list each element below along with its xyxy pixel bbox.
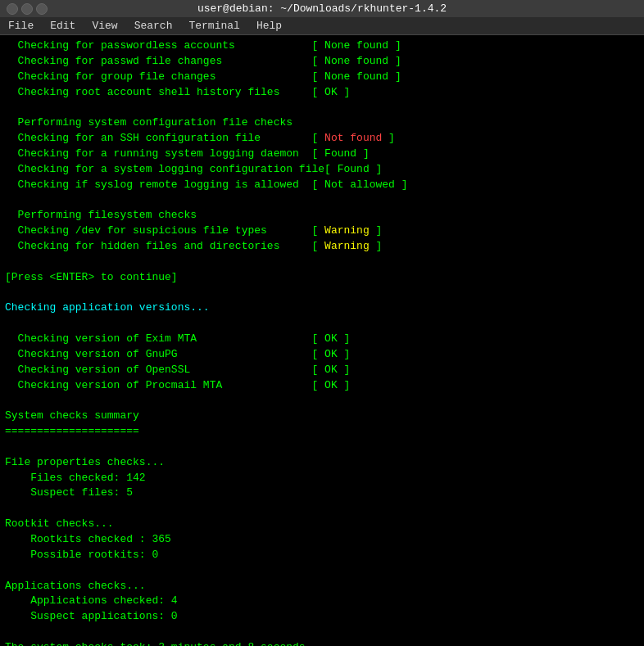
terminal-line [5, 440, 639, 455]
terminal-line [5, 100, 639, 115]
terminal-line: Checking version of Exim MTA [ OK ] [5, 332, 639, 347]
terminal-line: Checking for a system logging configurat… [5, 162, 639, 178]
terminal-line [5, 625, 639, 640]
terminal-line: Rootkits checked : 365 [5, 532, 639, 548]
terminal-line: Checking for an SSH configuration file [… [5, 131, 639, 147]
terminal-line: Possible rootkits: 0 [5, 548, 639, 563]
terminal-line [5, 255, 639, 270]
menu-edit[interactable]: Edit [42, 17, 84, 34]
terminal-line: Rootkit checks... [5, 517, 639, 532]
terminal-line: Checking version of Procmail MTA [ OK ] [5, 378, 639, 394]
terminal-line: File properties checks... [5, 455, 639, 471]
terminal[interactable]: Checking for passwordless accounts [ Non… [0, 35, 644, 646]
terminal-line: Checking for group file changes [ None f… [5, 70, 639, 85]
terminal-line: Checking for passwordless accounts [ Non… [5, 38, 639, 54]
menu-help[interactable]: Help [248, 17, 290, 34]
menu-bar: File Edit View Search Terminal Help [0, 17, 644, 35]
terminal-line: ===================== [5, 424, 639, 440]
terminal-line: Applications checked: 4 [5, 594, 639, 609]
terminal-line: Applications checks... [5, 579, 639, 594]
terminal-line [5, 316, 639, 332]
terminal-line: Checking for hidden files and directorie… [5, 239, 639, 255]
terminal-line: Checking for passwd file changes [ None … [5, 54, 639, 70]
terminal-line: System checks summary [5, 409, 639, 424]
terminal-line: Checking /dev for suspicious file types … [5, 224, 639, 239]
maximize-btn[interactable] [36, 3, 48, 15]
terminal-line: Checking version of GnuPG [ OK ] [5, 347, 639, 363]
terminal-line [5, 192, 639, 208]
terminal-line: Suspect files: 5 [5, 486, 639, 501]
terminal-line: Performing system configuration file che… [5, 115, 639, 131]
minimize-btn[interactable] [21, 3, 33, 15]
title-bar: user@debian: ~/Downloads/rkhunter-1.4.2 [0, 0, 644, 17]
menu-terminal[interactable]: Terminal [180, 17, 247, 34]
menu-view[interactable]: View [84, 17, 125, 34]
terminal-line [5, 393, 639, 409]
terminal-line [5, 563, 639, 579]
terminal-line [5, 501, 639, 517]
terminal-line: Checking root account shell history file… [5, 85, 639, 101]
terminal-line: Performing filesystem checks [5, 208, 639, 224]
terminal-line: Checking for a running system logging da… [5, 147, 639, 162]
terminal-line: Suspect applications: 0 [5, 609, 639, 625]
menu-search[interactable]: Search [126, 17, 181, 34]
terminal-line: Files checked: 142 [5, 471, 639, 486]
menu-file[interactable]: File [0, 17, 42, 34]
terminal-line: Checking version of OpenSSL [ OK ] [5, 363, 639, 378]
window-title: user@debian: ~/Downloads/rkhunter-1.4.2 [49, 2, 595, 15]
terminal-line [5, 286, 639, 301]
close-btn[interactable] [7, 3, 18, 15]
terminal-line: Checking if syslog remote logging is all… [5, 178, 639, 193]
terminal-line: Checking application versions... [5, 300, 639, 316]
terminal-line: The system checks took: 2 minutes and 8 … [5, 640, 639, 646]
terminal-line: [Press <ENTER> to continue] [5, 270, 639, 286]
